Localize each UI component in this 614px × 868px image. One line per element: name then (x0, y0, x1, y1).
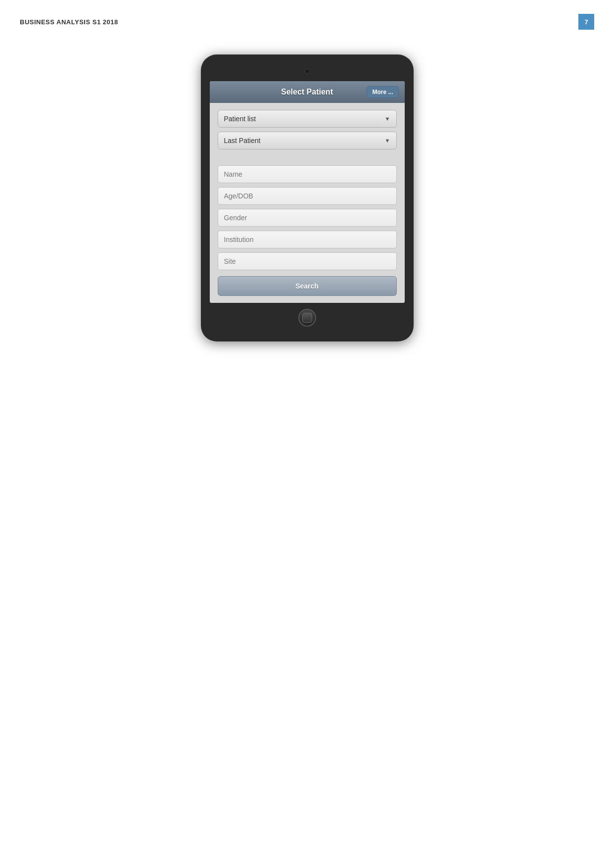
main-content: Select Patient More ... Patient list ▼ L… (0, 40, 614, 341)
tablet-camera (305, 69, 310, 74)
tablet-bottom (210, 303, 405, 327)
tablet-screen: Select Patient More ... Patient list ▼ L… (210, 81, 405, 303)
site-input[interactable] (218, 252, 397, 270)
last-patient-chevron-icon: ▼ (385, 138, 390, 144)
last-patient-label: Last Patient (224, 137, 261, 145)
home-button[interactable] (298, 309, 316, 327)
nav-title: Select Patient (281, 88, 333, 96)
page-header: BUSINESS ANALYSIS S1 2018 7 (0, 0, 614, 40)
tablet-device: Select Patient More ... Patient list ▼ L… (201, 54, 414, 341)
patient-list-label: Patient list (224, 115, 256, 123)
patient-list-dropdown[interactable]: Patient list ▼ (218, 110, 397, 128)
search-button[interactable]: Search (218, 276, 397, 296)
screen-body: Patient list ▼ Last Patient ▼ (210, 103, 405, 303)
institution-input[interactable] (218, 231, 397, 248)
last-patient-dropdown[interactable]: Last Patient ▼ (218, 132, 397, 149)
section-spacer (218, 153, 397, 161)
home-button-inner (302, 313, 312, 323)
gender-input[interactable] (218, 209, 397, 227)
page-number: 7 (578, 14, 594, 30)
agedob-input[interactable] (218, 187, 397, 205)
tablet-top-bar (210, 64, 405, 78)
patient-list-chevron-icon: ▼ (385, 116, 390, 122)
nav-bar: Select Patient More ... (210, 81, 405, 103)
more-button[interactable]: More ... (367, 86, 398, 98)
document-title: BUSINESS ANALYSIS S1 2018 (20, 18, 118, 26)
name-input[interactable] (218, 165, 397, 183)
